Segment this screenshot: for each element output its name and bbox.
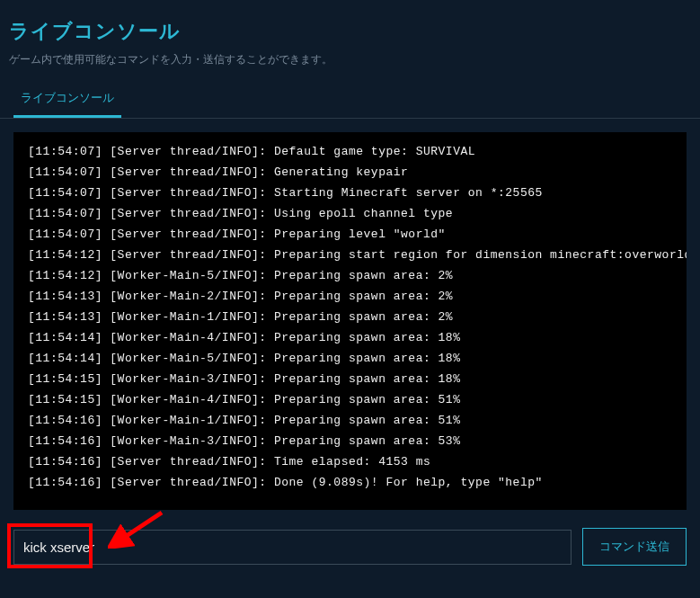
console-line: [11:54:12] [Server thread/INFO]: Prepari… bbox=[21, 245, 679, 265]
tab-bar: ライブコンソール bbox=[0, 81, 700, 119]
console-line: [11:54:12] [Worker-Main-5/INFO]: Prepari… bbox=[21, 265, 679, 286]
console-line: [11:54:16] [Server thread/INFO]: Time el… bbox=[21, 451, 679, 472]
console-line: [11:54:07] [Server thread/INFO]: Default… bbox=[21, 141, 679, 162]
page-title: ライブコンソール bbox=[0, 0, 700, 52]
console-line: [11:54:07] [Server thread/INFO]: Generat… bbox=[21, 162, 679, 183]
page-subtitle: ゲーム内で使用可能なコマンドを入力・送信することができます。 bbox=[0, 52, 700, 81]
console-line: [11:54:07] [Server thread/INFO]: Startin… bbox=[21, 183, 679, 203]
command-input[interactable] bbox=[13, 530, 572, 565]
console-line: [11:54:13] [Worker-Main-2/INFO]: Prepari… bbox=[21, 286, 679, 307]
console-line: [11:54:07] [Server thread/INFO]: Prepari… bbox=[21, 224, 679, 245]
console-line: [11:54:15] [Worker-Main-4/INFO]: Prepari… bbox=[21, 389, 679, 410]
console-line: [11:54:16] [Server thread/INFO]: Done (9… bbox=[21, 472, 679, 493]
console-line: [11:54:14] [Worker-Main-4/INFO]: Prepari… bbox=[21, 327, 679, 348]
console-line: [11:54:14] [Worker-Main-5/INFO]: Prepari… bbox=[21, 348, 679, 369]
send-command-button[interactable]: コマンド送信 bbox=[582, 528, 687, 566]
tab-live-console[interactable]: ライブコンソール bbox=[13, 81, 121, 118]
console-output: [11:54:07] [Server thread/INFO]: Default… bbox=[13, 132, 687, 510]
console-line: [11:54:16] [Worker-Main-3/INFO]: Prepari… bbox=[21, 431, 679, 451]
console-line: [11:54:07] [Server thread/INFO]: Using e… bbox=[21, 203, 679, 224]
console-line: [11:54:16] [Worker-Main-1/INFO]: Prepari… bbox=[21, 410, 679, 431]
console-line: [11:54:15] [Worker-Main-3/INFO]: Prepari… bbox=[21, 369, 679, 389]
command-input-row: コマンド送信 bbox=[0, 523, 700, 579]
console-line: [11:54:13] [Worker-Main-1/INFO]: Prepari… bbox=[21, 307, 679, 327]
